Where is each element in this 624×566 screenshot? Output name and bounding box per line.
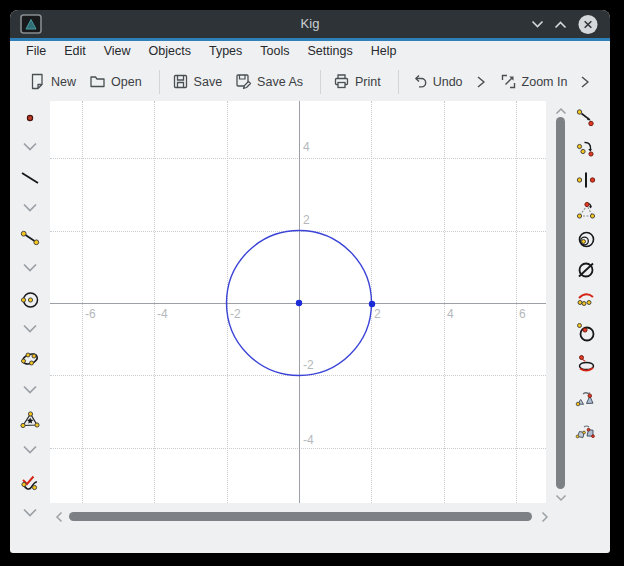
close-button[interactable] [578, 14, 598, 34]
save-as-icon [235, 73, 252, 90]
projectivity-4-points-tool-button[interactable] [575, 421, 597, 443]
window-title: Kig [10, 10, 610, 38]
undo-icon [411, 73, 428, 90]
reflect-over-line-icon [575, 169, 597, 191]
scale-tool-button[interactable] [575, 199, 597, 221]
titlebar[interactable]: Kig [10, 10, 610, 38]
menu-view[interactable]: View [95, 41, 140, 62]
conic-tools-dropdown[interactable] [19, 379, 41, 401]
open-button[interactable]: Open [89, 73, 142, 90]
close-icon [578, 14, 598, 35]
inversion-tool-button[interactable] [575, 229, 597, 251]
menu-help[interactable]: Help [362, 41, 406, 62]
kig-window: Kig File Edit View Objects Types Tools S… [10, 10, 610, 553]
projective-rotation-icon [575, 353, 597, 375]
scale-icon [575, 199, 597, 221]
conic-tool-button[interactable] [19, 348, 41, 370]
chevron-left-icon [55, 511, 63, 523]
chevron-right-icon [541, 511, 549, 523]
main-toolbar: New Open Save Save As Print Undo [10, 62, 610, 101]
chevron-up-icon [554, 20, 567, 29]
polygon-tools-dropdown[interactable] [19, 439, 41, 461]
point-tool-button[interactable] [19, 107, 41, 129]
cubic-curve-tool-button[interactable] [19, 472, 41, 494]
line-tool-button[interactable] [19, 167, 41, 189]
toolbar-separator [159, 70, 160, 94]
scroll-left-button[interactable] [52, 510, 66, 524]
new-button[interactable]: New [29, 73, 76, 90]
circle-tool-button[interactable] [19, 289, 41, 311]
translate-icon [575, 107, 597, 129]
line-icon [19, 167, 41, 189]
chevron-right-icon [476, 75, 487, 89]
line-tools-dropdown[interactable] [19, 197, 41, 219]
circle-icon [19, 289, 41, 311]
menu-edit[interactable]: Edit [55, 41, 95, 62]
scroll-up-button[interactable] [554, 104, 568, 118]
similitude-icon [575, 289, 597, 311]
affinity-3-points-tool-button[interactable] [575, 388, 597, 410]
center-point-object[interactable] [296, 300, 302, 306]
affinity-3-points-icon [575, 388, 597, 410]
menu-types[interactable]: Types [200, 41, 251, 62]
zoom-in-button[interactable]: Zoom In [500, 73, 568, 90]
chevron-down-icon [21, 141, 39, 153]
menu-file[interactable]: File [17, 41, 55, 62]
folder-open-icon [89, 73, 106, 90]
polygon-icon [19, 409, 41, 431]
vertical-scrollbar-thumb[interactable] [556, 117, 565, 489]
projectivity-4-points-icon [575, 421, 597, 443]
scroll-down-button[interactable] [554, 491, 568, 505]
segment-tools-dropdown[interactable] [19, 257, 41, 279]
segment-tool-button[interactable] [19, 227, 41, 249]
toolbar-overflow-button[interactable] [476, 75, 487, 89]
screen: Kig File Edit View Objects Types Tools S… [0, 0, 624, 566]
print-button[interactable]: Print [333, 73, 381, 90]
undo-button[interactable]: Undo [411, 73, 463, 90]
chevron-down-icon [21, 202, 39, 214]
toolbar-separator [398, 70, 399, 94]
generic-affinity-tool-button[interactable] [575, 259, 597, 281]
circle-tools-dropdown[interactable] [19, 318, 41, 340]
menu-objects[interactable]: Objects [140, 41, 200, 62]
maximize-button[interactable] [550, 14, 570, 34]
menu-tools[interactable]: Tools [251, 41, 298, 62]
toolbar-overflow-button[interactable] [580, 75, 591, 89]
crossed-circle-icon [575, 259, 597, 281]
chevron-down-icon [531, 20, 544, 29]
point-icon [19, 107, 41, 129]
chevron-up-icon [555, 107, 567, 115]
zoom-in-icon [500, 73, 517, 90]
toolbar-separator [320, 70, 321, 94]
save-as-button[interactable]: Save As [235, 73, 303, 90]
chevron-down-icon [555, 494, 567, 502]
chevron-down-icon [21, 384, 39, 396]
projective-rotation-tool-button[interactable] [575, 353, 597, 375]
chevron-down-icon [21, 262, 39, 274]
similitude-tool-button[interactable] [575, 289, 597, 311]
conic-icon [19, 348, 41, 370]
scroll-right-button[interactable] [538, 510, 552, 524]
translate-tool-button[interactable] [575, 107, 597, 129]
minimize-button[interactable] [527, 14, 547, 34]
menu-settings[interactable]: Settings [299, 41, 362, 62]
horizontal-scrollbar-thumb[interactable] [69, 512, 532, 521]
geometry-objects [50, 101, 546, 503]
polygon-tool-button[interactable] [19, 409, 41, 431]
curve-tools-dropdown[interactable] [19, 502, 41, 524]
segment-icon [19, 227, 41, 249]
rotate-tool-button[interactable] [575, 138, 597, 160]
save-button[interactable]: Save [172, 73, 223, 90]
save-icon [172, 73, 189, 90]
reflect-tool-button[interactable] [575, 169, 597, 191]
document-new-icon [29, 73, 46, 90]
harmonic-homology-tool-button[interactable] [575, 321, 597, 343]
chevron-down-icon [21, 323, 39, 335]
point-tools-dropdown[interactable] [19, 136, 41, 158]
chevron-down-icon [21, 444, 39, 456]
print-icon [333, 73, 350, 90]
radius-point-object[interactable] [369, 301, 375, 307]
menubar: File Edit View Objects Types Tools Setti… [10, 41, 610, 62]
chevron-right-icon [580, 75, 591, 89]
geometry-canvas[interactable]: -6 -4 -2 2 4 6 4 2 -2 -4 [50, 101, 546, 503]
